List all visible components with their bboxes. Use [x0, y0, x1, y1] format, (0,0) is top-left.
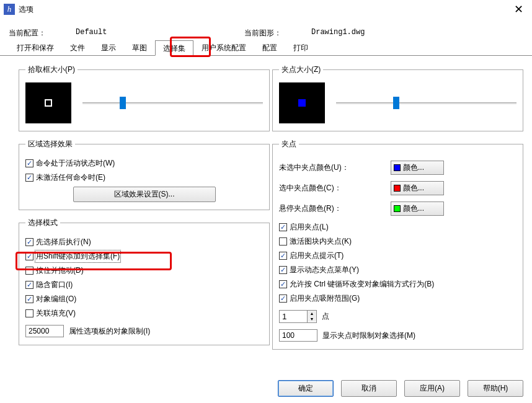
group-grip-size: 夹点大小(Z) — [272, 64, 523, 131]
chk-pre-select[interactable]: 先选择后执行(N) — [25, 237, 263, 247]
highlight-tab — [170, 37, 211, 57]
checkbox-icon — [25, 159, 33, 167]
chk-object-group-label: 对象编组(O) — [36, 294, 76, 304]
sel-grip-color-label: 选中夹点颜色(C)： — [279, 183, 391, 193]
chk-grips-in-block[interactable]: 激活图块内夹点(K) — [279, 236, 516, 247]
unsel-grip-color-button[interactable]: 颜色... — [391, 161, 444, 175]
chk-grip-attract[interactable]: 启用夹点吸附范围(G) — [279, 293, 516, 304]
chk-ctrl-cycle-label: 允许按 Ctrl 键循环改变对象编辑方式行为(B) — [290, 279, 434, 290]
pickbox-slider[interactable] — [82, 97, 263, 109]
close-icon[interactable]: ✕ — [510, 2, 527, 16]
group-region-effect: 区域选择效果 命令处于活动状态时(W) 未激活任何命令时(E) 区域效果设置(S… — [19, 139, 270, 210]
tab-print[interactable]: 打印 — [285, 40, 316, 55]
tab-sketch[interactable]: 草图 — [124, 40, 155, 55]
checkbox-icon — [279, 294, 287, 303]
current-config-label: 当前配置： — [9, 28, 46, 38]
region-legend: 区域选择效果 — [25, 139, 75, 149]
tab-profile[interactable]: 配置 — [254, 40, 285, 55]
pickbox-preview-square — [45, 99, 52, 107]
chk-object-group[interactable]: 对象编组(O) — [25, 294, 263, 304]
checkbox-icon — [279, 252, 287, 260]
chk-grip-attract-label: 启用夹点吸附范围(G) — [290, 293, 360, 304]
cancel-button[interactable]: 取消 — [341, 380, 397, 397]
chk-pre-select-label: 先选择后执行(N) — [36, 237, 91, 247]
chk-grip-tips-label: 启用夹点提示(T) — [290, 250, 344, 261]
unsel-grip-color-label: 未选中夹点颜色(U)： — [279, 162, 391, 173]
checkbox-icon — [25, 281, 33, 289]
hover-grip-color-label: 悬停夹点颜色(R)： — [279, 203, 391, 214]
app-icon: h — [4, 4, 15, 15]
select-legend: 选择模式 — [25, 218, 60, 228]
sel-grip-color-button[interactable]: 颜色... — [391, 181, 444, 195]
grip-range-label: 点 — [322, 311, 329, 322]
current-drawing-value: Drawing1.dwg — [311, 28, 365, 38]
color-swatch-icon — [394, 185, 401, 192]
chk-dyn-grip-menu-label: 显示动态夹点菜单(Y) — [290, 265, 359, 275]
chk-no-active[interactable]: 未激活任何命令时(E) — [25, 172, 263, 183]
ok-button[interactable]: 确定 — [278, 380, 334, 397]
checkbox-icon — [25, 295, 33, 303]
prop-limit-label: 属性选项板的对象限制(I) — [69, 326, 150, 337]
highlight-shift-add — [16, 252, 172, 270]
window-title: 选项 — [19, 4, 510, 15]
help-button[interactable]: 帮助(H) — [468, 380, 523, 397]
group-select-mode: 选择模式 先选择后执行(N) 用Shift键添加到选择集(F) 按住并拖动(D)… — [19, 218, 270, 345]
color-swatch-icon — [394, 164, 401, 171]
chk-implied-window[interactable]: 隐含窗口(I) — [25, 280, 263, 290]
checkbox-icon — [279, 266, 287, 274]
titlebar: h 选项 ✕ — [0, 0, 532, 19]
checkbox-icon — [25, 309, 33, 317]
color-swatch-icon — [394, 205, 401, 212]
dialog-footer: 确定 取消 应用(A) 帮助(H) — [278, 380, 523, 397]
checkbox-icon — [279, 237, 287, 246]
chk-implied-window-label: 隐含窗口(I) — [36, 280, 73, 290]
chk-enable-grips[interactable]: 启用夹点(L) — [279, 222, 516, 232]
group-pickbox-size: 拾取框大小(P) — [19, 64, 270, 131]
grips-legend: 夹点 — [279, 139, 299, 149]
chk-grips-in-block-label: 激活图块内夹点(K) — [290, 236, 352, 247]
chk-ctrl-cycle[interactable]: 允许按 Ctrl 键循环改变对象编辑方式行为(B) — [279, 279, 516, 290]
chk-enable-grips-label: 启用夹点(L) — [290, 222, 329, 232]
grip-limit-label: 显示夹点时限制对象选择(M) — [322, 330, 415, 341]
chk-dyn-grip-menu[interactable]: 显示动态夹点菜单(Y) — [279, 265, 516, 275]
color-btn-text: 颜色... — [403, 162, 424, 173]
region-settings-button[interactable]: 区域效果设置(S)... — [73, 187, 216, 202]
chk-active-cmd-label: 命令处于活动状态时(W) — [36, 158, 115, 169]
grip-slider[interactable] — [336, 97, 516, 109]
chk-assoc-hatch[interactable]: 关联填充(V) — [25, 308, 263, 319]
checkbox-icon — [279, 223, 287, 231]
grip-range-spinner[interactable]: ▲▼ — [279, 310, 317, 323]
checkbox-icon — [279, 280, 287, 288]
chk-assoc-hatch-label: 关联填充(V) — [36, 308, 76, 319]
config-info-row: 当前配置： Default 当前图形： Drawing1.dwg — [0, 26, 532, 40]
grip-preview — [279, 82, 325, 123]
prop-limit-input[interactable] — [25, 325, 64, 337]
checkbox-icon — [25, 174, 33, 182]
grip-limit-input[interactable] — [279, 329, 317, 342]
chk-no-active-label: 未激活任何命令时(E) — [36, 172, 105, 183]
color-btn-text: 颜色... — [403, 183, 424, 193]
current-config-value: Default — [76, 28, 107, 38]
tab-file[interactable]: 文件 — [62, 40, 93, 55]
pickbox-legend: 拾取框大小(P) — [25, 64, 78, 75]
apply-button[interactable]: 应用(A) — [404, 380, 460, 397]
tab-display[interactable]: 显示 — [93, 40, 124, 55]
tab-bar: 打开和保存 文件 显示 草图 选择集 用户系统配置 配置 打印 — [0, 40, 532, 56]
right-column: 夹点大小(Z) 夹点 未选中夹点颜色(U)： 颜色... — [272, 64, 523, 357]
group-grips: 夹点 未选中夹点颜色(U)： 颜色... 选中夹点颜色(C)： 颜色... 悬停… — [272, 139, 523, 350]
chk-active-cmd[interactable]: 命令处于活动状态时(W) — [25, 158, 263, 169]
current-drawing-label: 当前图形： — [244, 28, 282, 38]
spinner-buttons[interactable]: ▲▼ — [307, 311, 316, 322]
left-column: 拾取框大小(P) 区域选择效果 命令处于活动状态时(W) 未激活任何命令时(E) — [19, 64, 270, 357]
hover-grip-color-button[interactable]: 颜色... — [391, 202, 444, 216]
chk-grip-tips[interactable]: 启用夹点提示(T) — [279, 250, 516, 261]
grip-preview-square — [298, 99, 306, 107]
grip-range-input[interactable] — [280, 311, 307, 322]
color-btn-text: 颜色... — [403, 203, 424, 214]
pickbox-preview — [25, 82, 71, 123]
grip-size-legend: 夹点大小(Z) — [279, 64, 323, 75]
tab-open-save[interactable]: 打开和保存 — [9, 40, 62, 55]
checkbox-icon — [25, 238, 33, 246]
